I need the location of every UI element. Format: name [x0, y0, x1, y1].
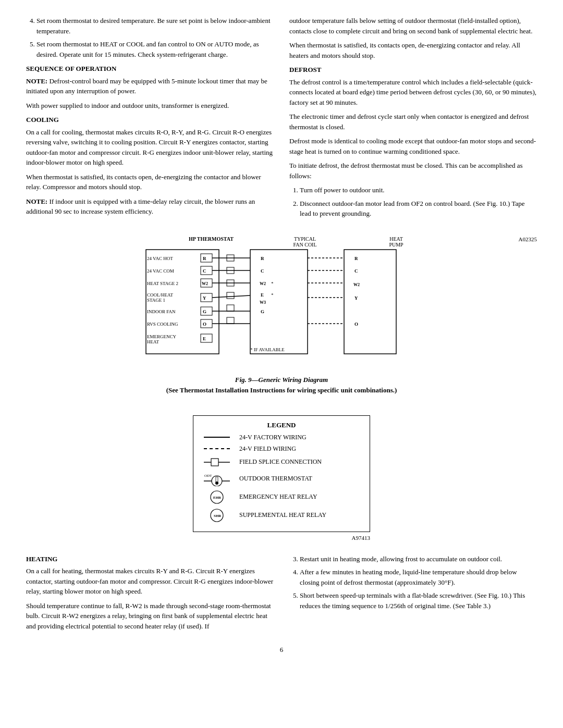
legend-title: LEGEND [204, 421, 359, 429]
svg-text:HEAT: HEAT [147, 339, 159, 344]
defrost-list-2: Disconnect outdoor-fan motor lead from O… [300, 199, 537, 219]
bottom-right-list: Restart unit in heating mode, allowing f… [300, 554, 537, 611]
legend-ehr-symbol: EHR [204, 490, 235, 504]
svg-text:C: C [203, 268, 206, 274]
power-text: With power supplied to indoor and outdoo… [26, 101, 274, 111]
page-number: 6 [26, 646, 537, 654]
sequence-title: SEQUENCE OF OPERATION [26, 64, 274, 74]
svg-text:O: O [203, 322, 206, 327]
legend-ref: A97413 [193, 535, 370, 541]
svg-rect-51 [227, 292, 234, 299]
svg-text:R: R [354, 256, 358, 261]
svg-text:O: O [354, 322, 358, 327]
svg-text:G: G [203, 309, 206, 314]
legend-item-shr: SHR SUPPLEMENTAL HEAT RELAY [204, 508, 359, 523]
legend-dashed-text: 24-V FIELD WIRING [239, 445, 296, 453]
svg-text:*: * [271, 292, 274, 298]
svg-text:C: C [261, 268, 264, 274]
cooling-p1: On a call for cooling, thermostat makes … [26, 127, 274, 168]
svg-rect-31 [344, 250, 396, 354]
legend-ehr-text: EMERGENCY HEAT RELAY [239, 493, 317, 501]
bottom-right-item-4: After a few minutes in heating mode, liq… [300, 567, 537, 587]
svg-text:R: R [261, 256, 264, 261]
note-bold-2: NOTE: [26, 198, 47, 205]
legend-solid-line-symbol [204, 437, 235, 438]
heating-p2: Should temperature continue to fall, R-W… [26, 601, 274, 632]
bottom-right-item-5: Short between speed-up terminals with a … [300, 590, 537, 611]
list-item-4: Set room thermostat to desired temperatu… [36, 16, 274, 36]
legend-outdoor-thermo-symbol: ODT [204, 472, 235, 486]
wiring-svg: 24 VAC HOT R 24 VAC COM C HEAT STAGE 2 W… [146, 250, 417, 369]
col-left-bottom: HEATING On a call for heating, thermosta… [26, 554, 274, 636]
list-item-5: Set room thermostat to HEAT or COOL and … [36, 39, 274, 59]
splice-icon [204, 456, 230, 468]
cooling-title: COOLING [26, 115, 274, 125]
svg-text:W3: W3 [260, 300, 266, 305]
bottom-right-item-3: Restart unit in heating mode, allowing f… [300, 554, 537, 564]
svg-text:C: C [354, 268, 358, 274]
svg-rect-24 [250, 250, 308, 354]
defrost-p1: The defrost control is a time/temperatur… [289, 77, 537, 108]
cooling-p2: When thermostat is satisfied, its contac… [26, 172, 274, 192]
svg-text:R: R [203, 256, 206, 261]
svg-rect-52 [227, 305, 234, 311]
svg-text:* IF AVAILABLE: * IF AVAILABLE [250, 347, 285, 352]
legend-splice-symbol [204, 456, 235, 468]
heating-title: HEATING [26, 554, 274, 564]
legend-item-dashed: 24-V FIELD WIRING [204, 445, 359, 453]
shr-icon: SHR [204, 508, 230, 523]
svg-text:E: E [203, 336, 206, 341]
svg-text:W2: W2 [202, 281, 208, 286]
svg-text:EHR: EHR [213, 496, 222, 500]
svg-text:ODT: ODT [204, 474, 212, 478]
svg-text:Y: Y [354, 295, 358, 301]
outdoor-thermo-icon: ODT [204, 472, 230, 486]
svg-text:COOL/HEAT: COOL/HEAT [147, 292, 173, 298]
col-right-top: outdoor temperature falls below setting … [289, 16, 537, 223]
legend-outdoor-thermo-text: OUTDOOR THERMOSTAT [239, 475, 312, 483]
page-content: Set room thermostat to desired temperatu… [26, 16, 537, 654]
note2-text: If indoor unit is equipped with a time-d… [26, 198, 255, 216]
defrost-title: DEFROST [289, 65, 537, 75]
wiring-diagram-section: A02325 HP THERMOSTAT TYPICALFAN COIL HEA… [26, 236, 537, 400]
header-fan-coil: TYPICALFAN COIL [274, 236, 336, 248]
defrost-list-1: Turn off power to outdoor unit. [300, 185, 537, 195]
defrost-p2: The electronic timer and defrost cycle s… [289, 112, 537, 132]
top-two-col: Set room thermostat to desired temperatu… [26, 16, 537, 223]
col-left-top: Set room thermostat to desired temperatu… [26, 16, 274, 223]
legend-box: LEGEND 24-V FACTORY WIRING 24-V FIELD WI… [193, 415, 370, 532]
wiring-diagram-container: HP THERMOSTAT TYPICALFAN COIL HEATPUMP 2… [146, 236, 417, 372]
legend-item-ehr: EHR EMERGENCY HEAT RELAY [204, 490, 359, 504]
legend-item-solid: 24-V FACTORY WIRING [204, 434, 359, 441]
col-right-bottom: Restart unit in heating mode, allowing f… [289, 554, 537, 636]
legend-dashed-line-symbol [204, 448, 235, 449]
wiring-headers: HP THERMOSTAT TYPICALFAN COIL HEATPUMP [146, 236, 417, 248]
svg-line-40 [212, 295, 250, 298]
sequence-note-text: Defrost-control board may be equipped wi… [26, 77, 267, 95]
svg-text:STAGE 1: STAGE 1 [147, 298, 165, 303]
header-hp: HP THERMOSTAT [188, 236, 235, 248]
svg-text:INDOOR FAN: INDOOR FAN [147, 309, 176, 314]
heating-p1: On a call for heating, thermostat makes … [26, 566, 274, 597]
note-bold-1: NOTE: [26, 77, 47, 85]
defrost-list: Turn off power to outdoor unit. Disconne… [300, 185, 537, 219]
svg-text:EMERGENCY: EMERGENCY [147, 334, 177, 339]
right-p2: When thermostat is satisfied, its contac… [289, 40, 537, 60]
svg-text:HEAT STAGE 2: HEAT STAGE 2 [147, 281, 178, 286]
bottom-section: HEATING On a call for heating, thermosta… [26, 554, 537, 636]
legend-item-outdoor-thermo: ODT OUTDOOR THERMOSTAT [204, 472, 359, 486]
svg-text:W2: W2 [260, 281, 266, 286]
defrost-p4: To initiate defrost, the defrost thermos… [289, 161, 537, 181]
solid-line-icon [204, 437, 230, 438]
note2-para: NOTE: If indoor unit is equipped with a … [26, 196, 274, 217]
top-numbered-list: Set room thermostat to desired temperatu… [36, 16, 274, 59]
legend-solid-text: 24-V FACTORY WIRING [239, 434, 307, 441]
legend-item-splice: FIELD SPLICE CONNECTION [204, 456, 359, 468]
svg-text:24 VAC HOT: 24 VAC HOT [147, 256, 173, 261]
right-p1: outdoor temperature falls below setting … [289, 16, 537, 36]
legend-section: LEGEND 24-V FACTORY WIRING 24-V FIELD WI… [26, 415, 537, 541]
svg-rect-65 [216, 477, 218, 482]
svg-text:G: G [261, 309, 264, 314]
svg-text:*: * [271, 281, 274, 286]
dashed-line-icon [204, 448, 230, 449]
